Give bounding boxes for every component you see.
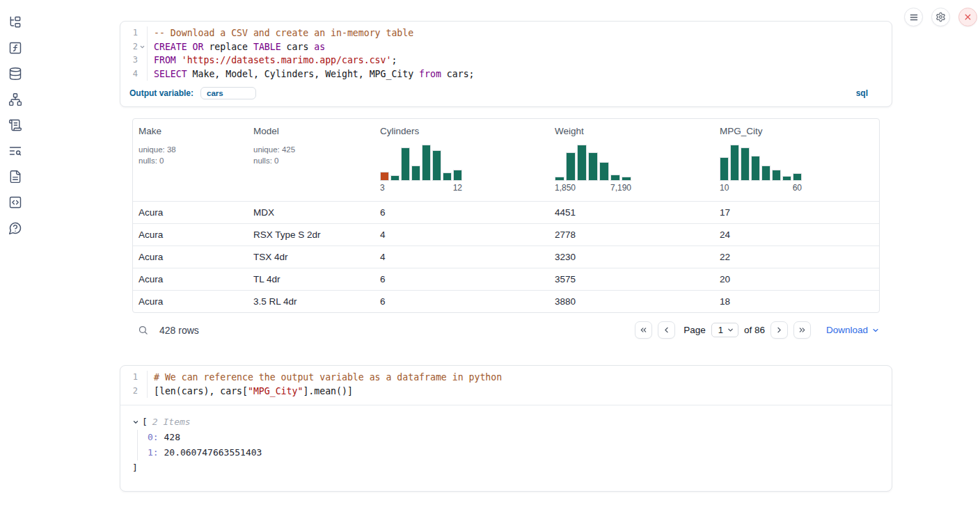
sql-code-editor[interactable]: 1-- Download a CSV and create an in-memo… (120, 22, 892, 85)
code-line[interactable]: 3FROM 'https://datasets.marimo.app/cars.… (120, 54, 892, 67)
output-variable-input[interactable] (200, 87, 256, 99)
items-count-label: 2 Items (152, 415, 191, 430)
table-cell: 3.5 RL 4dr (248, 291, 374, 312)
topbar-actions (904, 8, 977, 26)
shutdown-button[interactable] (958, 8, 977, 26)
prev-page-button[interactable] (658, 321, 675, 339)
histogram-bar (453, 170, 462, 181)
histogram-bar (380, 172, 389, 181)
column-title: Cylinders (380, 126, 544, 136)
table-header: Makeunique: 38nulls: 0Modelunique: 425nu… (133, 119, 879, 201)
sidebar-network-icon[interactable] (8, 92, 23, 107)
histogram-bar (730, 145, 739, 181)
language-badge: sql (856, 88, 868, 98)
sidebar-database-icon[interactable] (8, 66, 23, 81)
table-body: AcuraMDX6445117AcuraRSX Type S 2dr427782… (133, 201, 879, 312)
code-line[interactable]: 4SELECT Make, Model, Cylinders, Weight, … (120, 67, 892, 81)
notebook-menu-button[interactable] (904, 8, 923, 26)
chevron-down-icon (727, 326, 734, 334)
histogram-bar (751, 156, 760, 181)
table-row[interactable]: Acura3.5 RL 4dr6388018 (133, 290, 879, 312)
search-button[interactable] (132, 325, 148, 335)
histogram-bar (566, 152, 576, 181)
column-stats: unique: 425nulls: 0 (253, 144, 369, 166)
code-text: FROM 'https://datasets.marimo.app/cars.c… (147, 54, 892, 67)
histogram-bar (772, 170, 781, 181)
column-header-Weight[interactable]: Weight1,8507,190 (549, 119, 714, 201)
chevron-left-icon (662, 325, 671, 335)
sidebar-scroll-text-icon[interactable] (8, 118, 23, 133)
code-line[interactable]: 1# We can reference the output variable … (120, 371, 892, 385)
data-table: Makeunique: 38nulls: 0Modelunique: 425nu… (132, 118, 880, 313)
table-cell: Acura (133, 202, 248, 223)
table-cell: 6 (374, 202, 549, 223)
python-cell: 1# We can reference the output variable … (120, 365, 892, 492)
gear-icon (935, 12, 946, 22)
fold-spacer (138, 26, 147, 40)
row-count: 428 rows (159, 325, 199, 336)
chevron-down-icon (871, 326, 880, 335)
first-page-button[interactable] (635, 321, 652, 339)
histogram-bar (422, 145, 431, 181)
next-page-button[interactable] (770, 321, 788, 339)
table-cell: 22 (714, 246, 879, 268)
code-text: -- Download a CSV and create an in-memor… (147, 26, 892, 40)
python-code-editor[interactable]: 1# We can reference the output variable … (120, 366, 892, 405)
fold-chevron-icon[interactable] (138, 40, 147, 54)
table-cell: 6 (374, 268, 549, 290)
histogram-axis-labels: 1,8507,190 (555, 183, 631, 193)
column-header-MPG_City[interactable]: MPG_City1060 (714, 119, 879, 201)
fold-spacer (138, 385, 147, 399)
sidebar-code-square-icon[interactable] (8, 195, 23, 210)
histogram-bar (390, 175, 400, 181)
output-list-item: 0: 428 (148, 430, 880, 445)
histogram-bar (793, 173, 802, 181)
table-row[interactable]: AcuraTSX 4dr4323022 (133, 246, 879, 268)
download-label: Download (826, 325, 868, 335)
python-output: [ 2 Items 0: 4281: 20.060747663551403 ] (120, 405, 892, 491)
last-page-button[interactable] (793, 321, 811, 339)
fold-spacer (138, 67, 147, 81)
code-line[interactable]: 2[len(cars), cars["MPG_City"].mean()] (120, 385, 892, 399)
table-cell: 4 (374, 246, 549, 268)
table-cell: 4451 (549, 202, 714, 223)
table-cell: 3880 (549, 291, 714, 312)
page-select[interactable]: 1 (711, 323, 738, 337)
sidebar-text-search-icon[interactable] (8, 143, 23, 159)
chevrons-left-icon (639, 325, 648, 335)
table-row[interactable]: AcuraMDX6445117 (133, 201, 879, 223)
table-cell: TSX 4dr (248, 246, 374, 268)
table-row[interactable]: AcuraTL 4dr6357520 (133, 268, 879, 290)
histogram-axis-labels: 312 (380, 183, 462, 193)
table-cell: TL 4dr (248, 268, 374, 290)
table-row[interactable]: AcuraRSX Type S 2dr4277824 (133, 223, 879, 246)
sql-result-table: Makeunique: 38nulls: 0Modelunique: 425nu… (132, 118, 880, 339)
table-cell: Acura (133, 224, 248, 246)
sidebar-function-square-icon[interactable] (8, 40, 23, 56)
column-header-Make[interactable]: Makeunique: 38nulls: 0 (133, 119, 248, 201)
column-title: Make (139, 126, 242, 136)
column-histogram[interactable]: 312 (380, 145, 462, 193)
code-line[interactable]: 1-- Download a CSV and create an in-memo… (120, 26, 892, 40)
column-histogram[interactable]: 1,8507,190 (555, 145, 631, 193)
column-header-Cylinders[interactable]: Cylinders312 (374, 119, 549, 201)
pagination: Page 1 of 86 Download (635, 321, 880, 339)
output-list-header: [ 2 Items (132, 415, 880, 430)
download-button[interactable]: Download (826, 325, 880, 335)
collapse-chevron-icon[interactable] (132, 419, 139, 426)
line-number: 4 (120, 67, 138, 81)
line-number: 1 (120, 371, 138, 385)
total-pages-label: of 86 (744, 325, 765, 335)
code-line[interactable]: 2CREATE OR replace TABLE cars as (120, 40, 892, 54)
sidebar-file-text-icon[interactable] (8, 169, 23, 184)
settings-button[interactable] (931, 8, 950, 26)
code-text: CREATE OR replace TABLE cars as (147, 40, 892, 54)
table-cell: Acura (133, 291, 248, 312)
table-cell: 4 (374, 224, 549, 246)
code-text: # We can reference the output variable a… (147, 371, 892, 385)
sidebar-help-circle-icon[interactable] (8, 220, 23, 236)
column-histogram[interactable]: 1060 (720, 145, 802, 193)
column-title: Model (253, 126, 369, 136)
column-header-Model[interactable]: Modelunique: 425nulls: 0 (248, 119, 374, 201)
sidebar-file-tree-icon[interactable] (8, 15, 23, 30)
